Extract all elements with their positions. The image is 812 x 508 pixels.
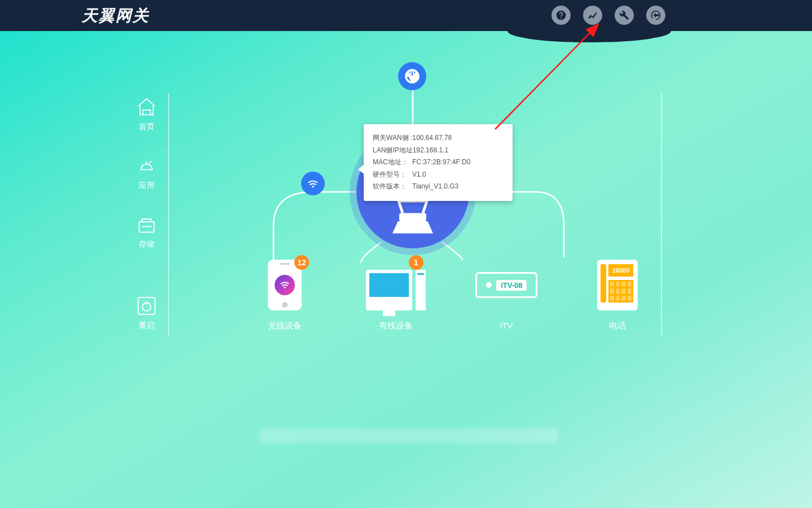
tt-k-sw: 软件版本： bbox=[373, 181, 412, 193]
device-row: 12 无线设备 1 有线设备 iTV-08 iTV bbox=[237, 260, 665, 331]
sidebar-label-home: 首页 bbox=[139, 122, 155, 132]
logout-icon[interactable] bbox=[646, 6, 665, 25]
itv-model: iTV-08 bbox=[496, 280, 527, 291]
sidebar: 首页 应用 存储 重启 bbox=[130, 96, 164, 353]
tt-v-hw: V1.0 bbox=[412, 169, 426, 181]
tt-v-lan: 192.168.1.1 bbox=[413, 144, 448, 157]
settings-wrench-icon[interactable] bbox=[615, 6, 634, 25]
wireless-badge: 12 bbox=[294, 255, 309, 270]
sidebar-item-reboot[interactable]: 重启 bbox=[135, 295, 158, 331]
tt-k-wan: 网关WAN侧 : bbox=[373, 132, 412, 144]
svg-rect-5 bbox=[399, 213, 426, 221]
sidebar-item-home[interactable]: 首页 bbox=[135, 96, 158, 132]
wired-device-icon: 1 bbox=[365, 260, 427, 310]
tt-k-hw: 硬件型号： bbox=[373, 169, 412, 181]
phone-label: 电话 bbox=[609, 321, 626, 331]
tt-v-sw: Tianyi_V1.0.G3 bbox=[412, 181, 458, 193]
itv-label: iTV bbox=[500, 321, 513, 330]
header-dropdown-tail bbox=[508, 31, 671, 42]
sidebar-item-apps[interactable]: 应用 bbox=[135, 155, 158, 191]
sidebar-item-storage[interactable]: 存储 bbox=[135, 213, 158, 249]
header-bar: 天翼网关 bbox=[0, 0, 812, 31]
svg-point-6 bbox=[284, 287, 285, 288]
svg-rect-1 bbox=[138, 297, 155, 314]
sidebar-label-apps: 应用 bbox=[139, 181, 155, 191]
tt-v-mac: FC:37:2B:97:4F:D0 bbox=[412, 156, 470, 169]
wifi-node-icon[interactable] bbox=[301, 172, 325, 195]
gateway-info-tooltip: 网关WAN侧 :100.64.67.78 LAN侧IP地址192.168.1.1… bbox=[364, 124, 513, 201]
wired-label: 有线设备 bbox=[379, 321, 413, 331]
itv-device-icon: iTV-08 bbox=[475, 260, 537, 310]
wireless-device-icon: 12 bbox=[254, 260, 316, 310]
help-icon[interactable] bbox=[551, 6, 571, 25]
phone-device-icon: 10000 bbox=[586, 260, 648, 310]
device-itv[interactable]: iTV-08 iTV bbox=[458, 260, 554, 331]
footer-blur bbox=[259, 428, 558, 443]
header-icon-group bbox=[551, 6, 665, 25]
tt-v-wan: 100.64.67.78 bbox=[412, 132, 452, 144]
wired-badge: 1 bbox=[409, 255, 423, 270]
device-wireless[interactable]: 12 无线设备 bbox=[237, 260, 333, 331]
globe-icon[interactable] bbox=[398, 62, 426, 90]
tt-k-mac: MAC地址： bbox=[373, 156, 412, 169]
device-phone[interactable]: 10000 电话 bbox=[570, 260, 665, 331]
device-wired[interactable]: 1 有线设备 bbox=[348, 260, 444, 331]
tt-k-lan: LAN侧IP地址 bbox=[373, 144, 413, 157]
stats-icon[interactable] bbox=[583, 6, 602, 25]
sidebar-label-storage: 存储 bbox=[139, 239, 155, 249]
svg-point-4 bbox=[312, 186, 314, 188]
logo-text: 天翼网关 bbox=[82, 5, 149, 27]
sidebar-label-reboot: 重启 bbox=[139, 321, 155, 331]
phone-display: 10000 bbox=[608, 264, 633, 277]
wireless-label: 无线设备 bbox=[268, 321, 302, 331]
